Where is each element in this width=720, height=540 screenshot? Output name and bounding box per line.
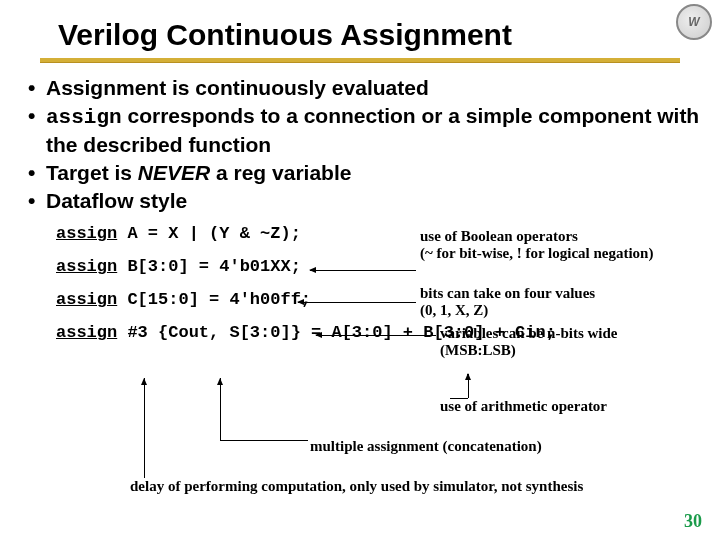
arrow-delay-v (144, 378, 145, 478)
arrow-concat-h (220, 440, 308, 441)
bullet-2: assign corresponds to a connection or a … (46, 103, 702, 158)
annot-concat: multiple assignment (concatenation) (310, 438, 542, 455)
bullet-1: Assignment is continuously evaluated (46, 75, 702, 101)
arrow-arith-head (467, 374, 468, 375)
slide-title: Verilog Continuous Assignment (0, 0, 720, 58)
bullet-3: Target is NEVER a reg variable (46, 160, 702, 186)
logo-glyph: W (688, 15, 699, 29)
arrow-concat-v (220, 378, 221, 440)
annot-arith: use of arithmetic operator (440, 398, 607, 415)
arrow-delay-head (141, 378, 147, 385)
bullet-list: Assignment is continuously evaluated ass… (18, 75, 702, 214)
content: Assignment is continuously evaluated ass… (0, 63, 720, 342)
arrow-bits (298, 302, 416, 303)
bullet-4: Dataflow style (46, 188, 702, 214)
arrow-concat-head (217, 378, 223, 385)
arrow-boolean (310, 270, 416, 271)
arrow-arith-h (450, 398, 468, 399)
page-number: 30 (684, 511, 702, 532)
annot-bits: bits can take on four values (0, 1, X, Z… (420, 285, 595, 320)
annot-nbits: variables can be n-bits wide (MSB:LSB) (440, 325, 618, 360)
annot-delay: delay of performing computation, only us… (130, 478, 583, 495)
annot-boolean: use of Boolean operators (~ for bit-wise… (420, 228, 653, 263)
code-line-3: assign C[15:0] = 4'h00ff; (56, 290, 702, 309)
arrow-nbits (316, 335, 436, 336)
logo-seal: W (676, 4, 712, 40)
